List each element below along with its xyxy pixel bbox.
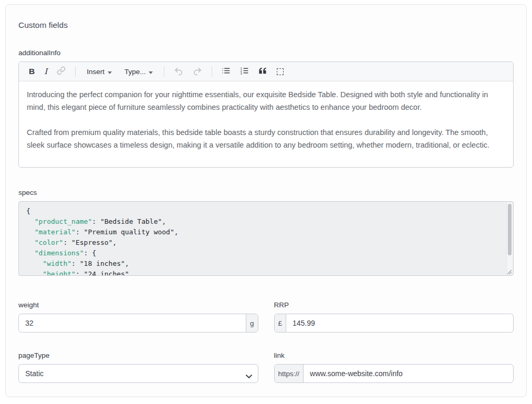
row-weight-rrp: weight g RRP £ <box>18 301 514 333</box>
link-icon <box>57 66 66 77</box>
numbered-list-icon: 123 <box>240 66 249 77</box>
link-input[interactable] <box>304 365 513 382</box>
custom-fields-card: Custom fields additionalInfo B I Insert … <box>5 4 527 397</box>
weight-input[interactable] <box>19 314 246 332</box>
numbered-list-button[interactable]: 123 <box>237 64 252 79</box>
row-pagetype-link: pageType Static link https:// <box>18 351 514 383</box>
weight-unit-addon: g <box>246 314 258 332</box>
redo-icon <box>193 66 202 77</box>
bold-button[interactable]: B <box>26 65 38 78</box>
field-rrp: RRP £ <box>274 301 514 333</box>
specs-textarea[interactable]: { "product_name": "Bedside Table", "mate… <box>18 201 514 276</box>
code-line: "material": "Premium quality wood", <box>26 227 499 237</box>
page-type-select[interactable]: Static <box>18 364 258 383</box>
undo-icon <box>174 66 183 77</box>
code-line: "height": "24 inches", <box>26 269 499 275</box>
scrollbar-thumb[interactable] <box>508 204 512 255</box>
bullet-list-button[interactable] <box>218 64 234 79</box>
page-title: Custom fields <box>18 20 514 30</box>
link-label: link <box>274 351 514 359</box>
toolbar-divider <box>164 66 164 77</box>
caret-down-icon <box>149 68 153 76</box>
dashed-box-icon <box>277 68 284 75</box>
toolbar-divider <box>212 66 212 77</box>
page-type-label: pageType <box>18 351 258 359</box>
specs-code: { "product_name": "Bedside Table", "mate… <box>19 202 513 275</box>
redo-button[interactable] <box>190 64 205 79</box>
undo-button[interactable] <box>171 64 186 79</box>
table-button[interactable] <box>274 66 287 77</box>
svg-text:3: 3 <box>241 72 242 75</box>
additional-info-label: additionalInfo <box>18 49 514 57</box>
field-specs: specs { "product_name": "Bedside Table",… <box>18 189 514 276</box>
weight-input-group: g <box>18 314 258 333</box>
insert-dropdown-label: Insert <box>87 68 105 76</box>
blockquote-button[interactable] <box>255 65 270 78</box>
rrp-currency-addon: £ <box>275 314 287 332</box>
rrp-input[interactable] <box>286 314 513 332</box>
page-type-select-wrap: Static <box>18 364 258 383</box>
link-button[interactable] <box>54 64 69 79</box>
field-additional-info: additionalInfo B I Insert Type... <box>18 49 514 168</box>
code-line: "width": "18 inches", <box>26 258 499 269</box>
code-line: "color": "Espresso", <box>26 237 499 248</box>
editor-toolbar: B I Insert Type... <box>19 62 513 81</box>
type-dropdown[interactable]: Type... <box>121 66 157 78</box>
field-page-type: pageType Static <box>18 351 258 383</box>
code-line: "product_name": "Bedside Table", <box>26 216 499 227</box>
italic-button[interactable]: I <box>41 65 50 78</box>
code-line: { <box>26 206 499 216</box>
code-line: "dimensions": { <box>26 248 499 258</box>
editor-paragraph: Introducing the perfect companion for yo… <box>27 88 505 113</box>
rich-text-editor: B I Insert Type... <box>18 61 514 168</box>
blockquote-icon <box>258 67 267 76</box>
caret-down-icon <box>108 68 112 76</box>
toolbar-divider <box>75 66 76 77</box>
bullet-list-icon <box>222 66 231 77</box>
field-link: link https:// <box>274 351 514 383</box>
editor-content[interactable]: Introducing the perfect companion for yo… <box>19 81 513 167</box>
specs-scrollbar[interactable] <box>506 202 513 275</box>
field-weight: weight g <box>18 301 258 333</box>
type-dropdown-label: Type... <box>124 68 146 76</box>
link-input-group: https:// <box>274 364 514 383</box>
resize-handle-icon[interactable] <box>506 268 512 275</box>
link-protocol-addon: https:// <box>275 365 304 382</box>
rrp-input-group: £ <box>274 314 514 333</box>
specs-label: specs <box>18 189 514 196</box>
editor-paragraph: Crafted from premium quality materials, … <box>27 126 505 151</box>
rrp-label: RRP <box>274 301 514 309</box>
weight-label: weight <box>18 301 258 309</box>
insert-dropdown[interactable]: Insert <box>84 66 115 78</box>
